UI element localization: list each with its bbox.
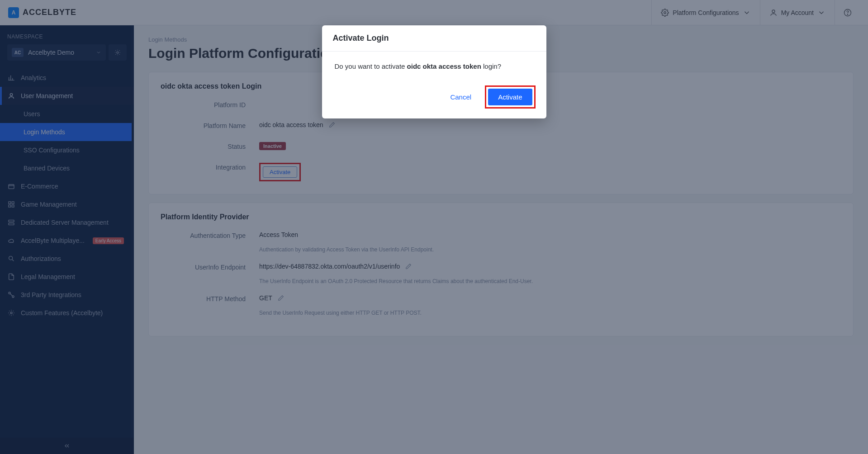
highlight-annotation: Activate [485, 85, 535, 109]
modal-title: Activate Login [322, 25, 546, 52]
modal-footer: Cancel Activate [322, 82, 546, 118]
cancel-button[interactable]: Cancel [445, 90, 477, 104]
activate-login-modal: Activate Login Do you want to activate o… [322, 25, 546, 118]
modal-body: Do you want to activate oidc okta access… [322, 52, 546, 82]
modal-text-pre: Do you want to activate [335, 62, 407, 70]
modal-text-post: login? [481, 62, 501, 70]
modal-text-bold: oidc okta access token [407, 62, 481, 70]
confirm-activate-button[interactable]: Activate [488, 89, 532, 105]
